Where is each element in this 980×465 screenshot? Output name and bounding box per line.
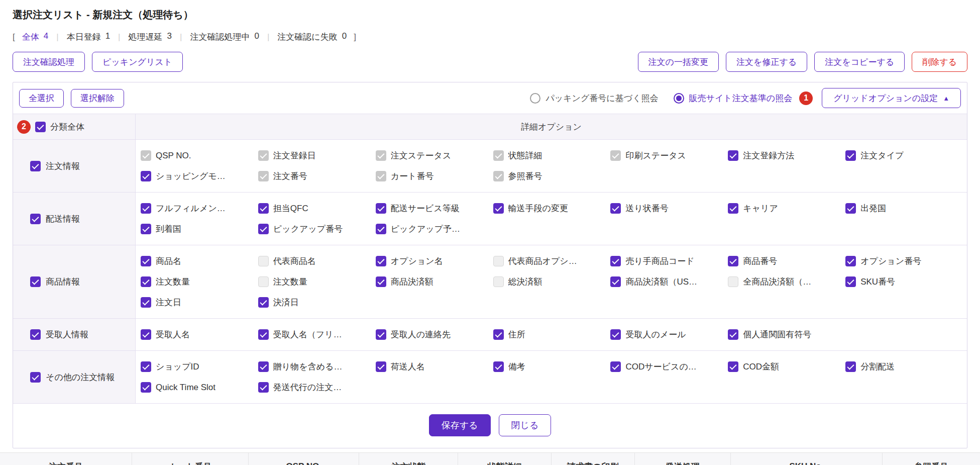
grid-option[interactable]: 参照番号 <box>493 170 608 182</box>
radio-selected-icon[interactable] <box>674 93 684 104</box>
grid-option[interactable]: 発送代行の注文… <box>258 382 373 393</box>
grid-option[interactable]: フルフィルメン… <box>141 203 255 214</box>
grid-option[interactable]: カート番号 <box>376 170 490 182</box>
radio-unselected-icon[interactable] <box>530 93 540 104</box>
delete-order-button[interactable]: 削除する <box>912 52 967 72</box>
checkbox-icon[interactable] <box>258 276 269 287</box>
checkbox-icon[interactable] <box>376 256 386 266</box>
grid-option[interactable]: 代表商品オプシ… <box>493 255 608 267</box>
checkbox-icon[interactable] <box>141 329 151 340</box>
grid-option[interactable]: 贈り物を含める… <box>258 361 373 373</box>
checkbox-icon[interactable] <box>141 256 151 266</box>
grid-option[interactable]: 商品名 <box>141 255 255 267</box>
grid-option[interactable]: 担当QFC <box>258 203 373 214</box>
category-checkbox[interactable] <box>30 372 41 383</box>
grid-option[interactable]: 備考 <box>493 361 608 373</box>
select-all-button[interactable]: 全選択 <box>19 89 64 108</box>
checkbox-icon[interactable] <box>728 203 738 214</box>
grid-option[interactable]: 注文数量 <box>258 276 373 288</box>
checkbox-icon[interactable] <box>728 329 738 340</box>
checkbox-icon[interactable] <box>258 329 269 340</box>
grid-option[interactable]: ショップID <box>141 361 255 373</box>
checkbox-icon[interactable] <box>258 297 269 308</box>
grid-option[interactable]: 個人通関固有符号 <box>728 329 842 340</box>
grid-option[interactable]: ピックアップ予… <box>376 223 490 235</box>
checkbox-icon[interactable] <box>728 276 738 287</box>
grid-option[interactable]: 商品番号 <box>728 255 842 267</box>
checkbox-icon[interactable] <box>728 150 738 161</box>
grid-option[interactable]: 状態詳細 <box>493 150 608 161</box>
grid-option[interactable]: 注文番号 <box>258 170 373 182</box>
checkbox-icon[interactable] <box>845 276 856 287</box>
edit-order-button[interactable]: 注文を修正する <box>726 52 807 72</box>
checkbox-icon[interactable] <box>493 329 504 340</box>
grid-option[interactable]: 分割配送 <box>845 361 960 373</box>
category-checkbox[interactable] <box>30 276 41 287</box>
checkbox-icon[interactable] <box>493 361 504 372</box>
picking-list-button[interactable]: ピッキングリスト <box>92 52 183 72</box>
grid-option[interactable]: オプション名 <box>376 255 490 267</box>
grid-option[interactable]: 商品決済額（US… <box>610 276 725 288</box>
checkbox-icon[interactable] <box>610 203 621 214</box>
grid-option[interactable]: 注文数量 <box>141 276 255 288</box>
checkbox-icon[interactable] <box>141 150 151 161</box>
checkbox-icon[interactable] <box>141 382 151 393</box>
checkbox-icon[interactable] <box>258 224 269 234</box>
grid-options-button[interactable]: グリッドオプションの設定 ▲ <box>822 88 961 108</box>
checkbox-icon[interactable] <box>610 256 621 266</box>
grid-option[interactable]: 注文日 <box>141 297 255 308</box>
grid-option[interactable]: 出発国 <box>845 203 960 214</box>
copy-order-button[interactable]: 注文をコピーする <box>814 52 905 72</box>
grid-option[interactable]: 到着国 <box>141 223 255 235</box>
grid-option[interactable]: 決済日 <box>258 297 373 308</box>
checkbox-icon[interactable] <box>845 150 856 161</box>
checkbox-icon[interactable] <box>493 150 504 161</box>
grid-option[interactable]: 配送サービス等級 <box>376 203 490 214</box>
close-button[interactable]: 閉じる <box>499 414 552 436</box>
checkbox-icon[interactable] <box>258 150 269 161</box>
checkbox-icon[interactable] <box>493 203 504 214</box>
grid-option[interactable]: 全商品決済額（… <box>728 276 842 288</box>
stat-item[interactable]: 全体4 <box>22 31 48 43</box>
stat-item[interactable]: 注文確認処理中0 <box>190 31 259 43</box>
grid-option[interactable]: ピックアップ番号 <box>258 223 373 235</box>
deselect-button[interactable]: 選択解除 <box>71 89 124 108</box>
grid-option[interactable]: 送り状番号 <box>610 203 725 214</box>
select-all-categories-checkbox[interactable] <box>35 122 46 132</box>
grid-option[interactable]: 代表商品名 <box>258 255 373 267</box>
grid-option[interactable]: CODサービスの… <box>610 361 725 373</box>
checkbox-icon[interactable] <box>258 256 269 266</box>
checkbox-icon[interactable] <box>141 224 151 234</box>
checkbox-icon[interactable] <box>258 203 269 214</box>
checkbox-icon[interactable] <box>141 276 151 287</box>
checkbox-icon[interactable] <box>141 297 151 308</box>
checkbox-icon[interactable] <box>728 256 738 266</box>
radio-packing-number-option[interactable]: パッキング番号に基づく照会 <box>530 92 658 104</box>
category-checkbox[interactable] <box>30 161 41 171</box>
checkbox-icon[interactable] <box>610 150 621 161</box>
checkbox-icon[interactable] <box>610 329 621 340</box>
checkbox-icon[interactable] <box>141 361 151 372</box>
checkbox-icon[interactable] <box>376 203 386 214</box>
checkbox-icon[interactable] <box>845 256 856 266</box>
checkbox-icon[interactable] <box>258 382 269 393</box>
grid-option[interactable]: 受取人名 <box>141 329 255 340</box>
stat-item[interactable]: 本日登録1 <box>67 31 110 43</box>
checkbox-icon[interactable] <box>493 256 504 266</box>
checkbox-icon[interactable] <box>258 171 269 181</box>
bulk-change-button[interactable]: 注文の一括変更 <box>638 52 719 72</box>
checkbox-icon[interactable] <box>845 361 856 372</box>
grid-option[interactable]: SKU番号 <box>845 276 960 288</box>
checkbox-icon[interactable] <box>376 150 386 161</box>
checkbox-icon[interactable] <box>610 361 621 372</box>
grid-option[interactable]: 注文ステータス <box>376 150 490 161</box>
grid-option[interactable]: 受取人の連絡先 <box>376 329 490 340</box>
stat-item[interactable]: 処理遅延3 <box>129 31 172 43</box>
confirm-orders-button[interactable]: 注文確認処理 <box>13 52 85 72</box>
checkbox-icon[interactable] <box>376 171 386 181</box>
grid-option[interactable]: COD金額 <box>728 361 842 373</box>
grid-option[interactable]: 受取人のメール <box>610 329 725 340</box>
grid-option[interactable]: 注文登録日 <box>258 150 373 161</box>
checkbox-icon[interactable] <box>728 361 738 372</box>
checkbox-icon[interactable] <box>376 224 386 234</box>
